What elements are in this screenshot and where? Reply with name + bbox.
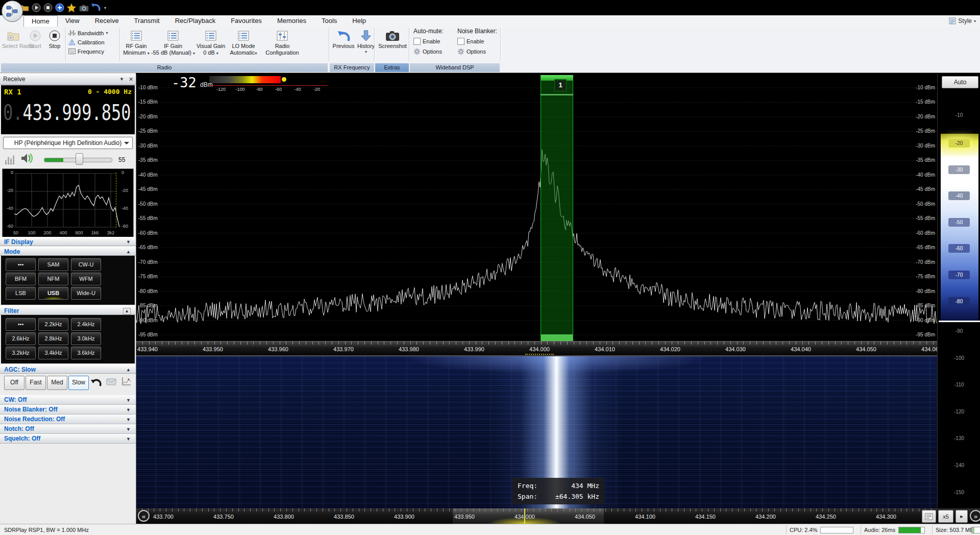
rf-gain-button[interactable]: RF Gain Minimum ▾ xyxy=(121,28,151,61)
rx-marker-number[interactable]: 1 xyxy=(554,79,567,91)
noise-blanker-enable-checkbox[interactable] xyxy=(457,38,464,45)
scroll-left-button[interactable]: « xyxy=(138,510,150,522)
range-slider-handle[interactable] xyxy=(939,321,980,322)
noise-blanker-options-button[interactable]: Options xyxy=(457,46,500,57)
range-scale-value[interactable]: -80 xyxy=(948,297,970,306)
tab-home[interactable]: Home xyxy=(23,15,58,27)
tab-view[interactable]: View xyxy=(58,15,87,27)
range-scale-value[interactable]: -40 xyxy=(948,191,970,200)
filter-button-2-2khz[interactable]: 2.2kHz xyxy=(38,318,68,331)
play-icon[interactable] xyxy=(31,2,42,13)
range-scale-value[interactable]: -50 xyxy=(948,218,970,227)
style-button[interactable]: Style ▾ xyxy=(949,16,976,26)
section-squelch-off[interactable]: Squelch: Off▼ xyxy=(0,434,136,444)
tab-favourites[interactable]: Favourites xyxy=(223,15,270,27)
mode-button-wfm[interactable]: WFM xyxy=(71,273,101,285)
stop-button[interactable]: Stop xyxy=(46,28,63,61)
agc-undo-icon[interactable] xyxy=(90,377,102,388)
noise-blanker-enable[interactable]: Enable xyxy=(457,36,500,46)
auto-mute-enable[interactable]: Enable xyxy=(413,36,456,46)
mode-button-wide-u[interactable]: Wide-U xyxy=(71,287,101,300)
waterfall-gradient-slider[interactable] xyxy=(941,134,978,322)
camera-icon[interactable] xyxy=(78,2,89,13)
step-right-button[interactable]: ▸ xyxy=(955,510,968,523)
mode-button-lsb[interactable]: LSB xyxy=(6,287,36,300)
history-button[interactable]: History ▾ xyxy=(356,28,376,61)
panel-close-icon[interactable]: ✕ xyxy=(129,74,133,85)
favourite-icon[interactable] xyxy=(66,2,77,13)
frequency-button[interactable]: Frequency xyxy=(68,47,104,56)
agc-monitor-icon[interactable] xyxy=(106,378,116,385)
section-noise-reduction-off[interactable]: Noise Reduction: Off▼ xyxy=(0,415,136,424)
tuned-frequency-value[interactable]: 0.433.999.850 xyxy=(3,100,131,125)
mode-button-cw-u[interactable]: CW-U xyxy=(71,258,101,271)
tab-rec-playback[interactable]: Rec/Playback xyxy=(167,15,223,27)
select-radio-button[interactable]: Select Radio xyxy=(2,28,24,61)
radio-configuration-button[interactable]: Radio Configuration xyxy=(260,28,304,61)
range-scale-value[interactable]: -20 xyxy=(948,139,970,148)
equalizer-icon[interactable] xyxy=(4,153,16,165)
section-cw-off[interactable]: CW: Off▼ xyxy=(0,395,136,405)
agc-button-slow[interactable]: Slow xyxy=(68,376,89,390)
tab-memories[interactable]: Memories xyxy=(270,15,314,27)
filter-button-3-4khz[interactable]: 3.4kHz xyxy=(38,347,68,359)
speaker-icon[interactable] xyxy=(20,152,34,164)
filter-button-3-0khz[interactable]: 3.0kHz xyxy=(71,332,101,345)
if-gain-button[interactable]: IF Gain -55 dB (Manual) ▾ xyxy=(152,28,194,61)
undo-icon[interactable] xyxy=(90,2,101,13)
volume-slider-handle[interactable] xyxy=(76,153,83,165)
frequency-display[interactable]: RX 1 0 - 4000 Hz 0.433.999.850 xyxy=(1,85,135,134)
bandwidth-button[interactable]: Bandwidth ▾ xyxy=(68,29,108,37)
auto-mute-options-button[interactable]: Options xyxy=(413,46,456,57)
section-if-display[interactable]: IF Display▼ xyxy=(0,237,136,246)
agc-graph-icon[interactable] xyxy=(121,377,132,386)
scroll-right-button[interactable]: » xyxy=(970,510,980,522)
mode-button-[interactable]: ••• xyxy=(6,258,36,271)
auto-mute-enable-checkbox[interactable] xyxy=(413,38,421,45)
rx-passband-marker[interactable] xyxy=(541,81,573,341)
tab-receive[interactable]: Receive xyxy=(87,15,127,27)
panel-collapse-icon[interactable]: ▼ xyxy=(119,74,124,85)
screenshot-button[interactable]: Screenshot xyxy=(378,28,407,61)
spectrum-frequency-axis[interactable]: 433.940433.950433.960433.970433.980433.9… xyxy=(136,341,937,356)
receive-panel-titlebar[interactable]: Receive ▼ ✕ xyxy=(0,74,136,85)
add-icon[interactable] xyxy=(54,2,65,13)
filter-button-2-4khz[interactable]: 2.4kHz xyxy=(71,318,101,331)
stop-icon[interactable] xyxy=(42,2,54,13)
lo-mode-button[interactable]: LO Mode Automatic▾ xyxy=(228,28,259,61)
section-mode[interactable]: Mode▲ xyxy=(0,247,136,256)
app-menu-button[interactable] xyxy=(2,1,23,22)
mode-button-bfm[interactable]: BFM xyxy=(6,273,36,285)
filter-button-3-2khz[interactable]: 3.2kHz xyxy=(6,347,36,359)
mode-button-sam[interactable]: SAM xyxy=(38,258,68,271)
waterfall-options-button[interactable] xyxy=(922,510,936,523)
mode-button-usb[interactable]: USB xyxy=(38,287,68,300)
filter-button-2-6khz[interactable]: 2.6kHz xyxy=(6,332,36,345)
section-noise-blanker-off[interactable]: Noise Blanker: Off▼ xyxy=(0,405,136,415)
section-notch-off[interactable]: Notch: Off▼ xyxy=(0,424,136,434)
quick-access-more-icon[interactable]: ▾ xyxy=(102,2,108,13)
waterfall-display[interactable]: Freq:434 MHz Span:±64.305 kHz xyxy=(136,356,937,508)
mode-button-nfm[interactable]: NFM xyxy=(38,273,68,285)
start-button[interactable]: Start xyxy=(27,28,44,61)
tab-tools[interactable]: Tools xyxy=(314,15,345,27)
range-scale-value[interactable]: -60 xyxy=(948,244,970,253)
agc-button-off[interactable]: Off xyxy=(4,376,24,390)
auto-range-button[interactable]: Auto xyxy=(942,76,978,88)
filter-button-[interactable]: ••• xyxy=(6,318,36,331)
filter-button-2-8khz[interactable]: 2.8kHz xyxy=(38,332,68,345)
visual-gain-button[interactable]: Visual Gain 0 dB ▾ xyxy=(195,28,227,61)
zoom-factor-button[interactable]: x5 xyxy=(938,510,953,523)
tab-help[interactable]: Help xyxy=(345,15,374,27)
filter-button-3-6khz[interactable]: 3.6kHz xyxy=(71,347,101,359)
range-scale-value[interactable]: -70 xyxy=(948,271,970,279)
spectrum-plot[interactable] xyxy=(136,74,937,341)
frequency-navigation-bar[interactable]: 433.700433.750433.800433.850433.900433.9… xyxy=(136,508,980,524)
range-scale-value[interactable]: -30 xyxy=(948,165,970,174)
section-filter[interactable]: Filter▲ xyxy=(0,306,136,315)
previous-button[interactable]: Previous xyxy=(332,28,355,61)
agc-button-med[interactable]: Med xyxy=(47,376,67,390)
audio-device-select[interactable]: HP (Périphérique High Definition Audio) xyxy=(3,137,133,149)
tab-transmit[interactable]: Transmit xyxy=(127,15,167,27)
section-agc[interactable]: AGC: Slow▲ xyxy=(0,364,136,374)
